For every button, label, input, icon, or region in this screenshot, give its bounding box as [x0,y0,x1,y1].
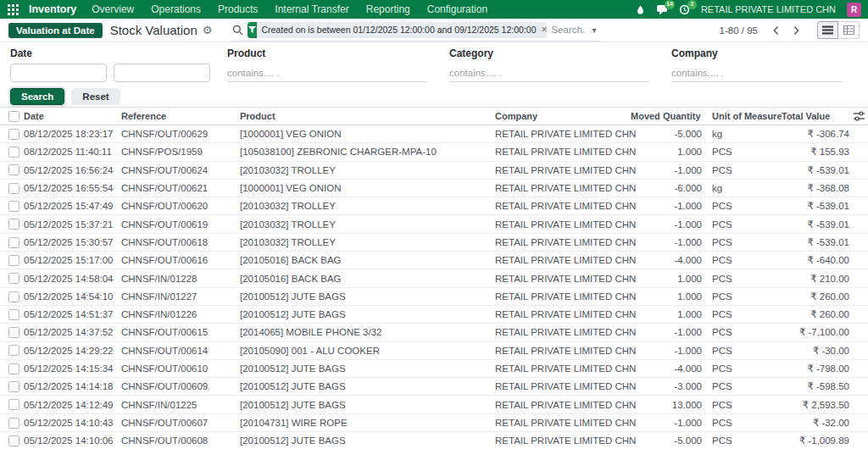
activities-clock-icon[interactable]: 2 [679,4,690,15]
table-row[interactable]: 05/12/2025 14:14:18 CHNSF/OUT/00609 [201… [0,378,868,396]
header-company[interactable]: Company [490,108,631,125]
row-checkbox[interactable] [8,399,19,410]
search-input[interactable] [551,25,585,35]
cell-company: RETAIL PRIVATE LIMITED CHN [490,341,631,359]
row-checkbox[interactable] [8,435,19,446]
cell-unit-of-measure: kg [705,179,782,197]
user-avatar[interactable]: R [847,3,861,17]
table-row[interactable]: 05/12/2025 15:30:57 CHNSF/OUT/00618 [201… [0,233,868,251]
menu-overview[interactable]: Overview [92,3,134,15]
filter-search-button[interactable]: Search [10,88,64,105]
menu-reporting[interactable]: Reporting [366,3,410,15]
table-row[interactable]: 05/12/2025 15:47:49 CHNSF/OUT/00620 [201… [0,197,868,215]
header-reference[interactable]: Reference [121,108,240,125]
table-row[interactable]: 05/12/2025 16:56:24 CHNSF/OUT/00624 [201… [0,161,868,179]
table-row[interactable]: 05/12/2025 16:55:54 CHNSF/OUT/00621 [100… [0,179,868,197]
row-checkbox[interactable] [8,255,19,266]
header-unit-of-measure[interactable]: Unit of Measure [705,108,782,125]
row-checkbox[interactable] [8,345,19,356]
settings-gear-icon[interactable]: ⚙ [203,25,213,36]
date-from-input[interactable] [10,64,107,82]
table-row[interactable]: 05/12/2025 15:37:21 CHNSF/OUT/00619 [201… [0,215,868,233]
row-checkbox[interactable] [8,327,19,338]
valuation-at-date-button[interactable]: Valuation at Date [8,23,103,38]
cell-company: RETAIL PRIVATE LIMITED CHN [490,432,631,449]
table-row[interactable]: 05/12/2025 14:10:43 CHNSF/OUT/00607 [201… [0,413,868,431]
cell-reference: CHNSF/OUT/00609 [121,378,240,396]
table-row[interactable]: 05/12/2025 15:17:00 CHNSF/OUT/00616 [201… [0,252,868,269]
facet-close-icon[interactable]: × [540,24,547,36]
cell-total-value: ₹ -539.01 [782,233,868,251]
apps-grid-icon[interactable] [7,3,19,15]
filter-funnel-icon[interactable] [248,22,257,38]
date-to-input[interactable] [114,64,210,82]
cell-product: [20103032] TROLLEY [240,197,490,215]
active-company[interactable]: RETAIL PRIVATE LIMITED CHN [701,4,836,14]
cell-moved-quantity: -1.000 [631,215,705,233]
row-checkbox[interactable] [8,129,19,140]
cell-moved-quantity: 1.000 [631,143,705,161]
category-contains-input[interactable] [449,64,649,82]
cell-total-value: ₹ -7,100.00 [782,324,868,341]
row-checkbox[interactable] [8,219,19,230]
cell-company: RETAIL PRIVATE LIMITED CHN [490,396,631,413]
table-row[interactable]: 05/12/2025 14:58:04 CHNSF/IN/01228 [2010… [0,269,868,287]
table-row[interactable]: 05/12/2025 14:37:52 CHNSF/OUT/00615 [201… [0,324,868,341]
optional-columns-icon[interactable] [854,111,865,123]
table-row[interactable]: 08/12/2025 11:40:11 CHNSF/POS/1959 [1050… [0,143,868,161]
header-total-value[interactable]: Total Value [782,108,868,125]
app-name-inventory[interactable]: Inventory [29,3,76,15]
facet-label: Created on is between 01/12/2025 12:00:0… [257,25,540,35]
filter-company-label: Company [671,47,858,59]
search-dropdown-caret-icon[interactable]: ▾ [589,25,598,35]
product-contains-input[interactable] [227,64,427,82]
menu-configuration[interactable]: Configuration [427,3,487,15]
header-moved-quantity[interactable]: Moved Quantity [631,108,705,125]
menu-internal-transfer[interactable]: Internal Transfer [275,3,348,15]
cell-reference: CHNSF/OUT/00608 [121,432,240,449]
row-checkbox[interactable] [8,291,19,302]
pivot-view-button[interactable] [838,21,860,39]
table-row[interactable]: 05/12/2025 14:15:34 CHNSF/OUT/00610 [201… [0,359,868,377]
table-row[interactable]: 08/12/2025 18:23:17 CHNSF/OUT/00629 [100… [0,125,868,143]
list-view-button[interactable] [817,21,838,39]
search-icon [232,25,243,36]
filter-reset-button[interactable]: Reset [71,88,120,105]
droplet-icon[interactable] [636,4,645,15]
cell-product: [1000001] VEG ONION [240,125,490,143]
row-checkbox[interactable] [8,418,19,429]
row-checkbox[interactable] [8,164,19,175]
table-header-row: Date Reference Product Company Moved Qua… [0,108,868,125]
table-row[interactable]: 05/12/2025 14:54:10 CHNSF/IN/01227 [2010… [0,287,868,305]
pager-range: 1-80 / 95 [720,25,758,36]
header-product[interactable]: Product [240,108,490,125]
cell-company: RETAIL PRIVATE LIMITED CHN [490,233,631,251]
cell-company: RETAIL PRIVATE LIMITED CHN [490,287,631,305]
cell-moved-quantity: 1.000 [631,269,705,287]
row-checkbox[interactable] [8,363,19,374]
table-row[interactable]: 05/12/2025 14:12:49 CHNSF/IN/01225 [2010… [0,396,868,413]
row-checkbox[interactable] [8,309,19,320]
row-checkbox[interactable] [8,381,19,392]
select-all-checkbox[interactable] [8,111,19,122]
cell-product: [20104731] WIRE ROPE [240,413,490,431]
row-checkbox[interactable] [8,147,19,158]
row-checkbox[interactable] [8,273,19,284]
company-contains-input[interactable] [671,64,843,82]
pager-next-button[interactable] [787,22,805,39]
pager-previous-button[interactable] [766,22,785,39]
menu-operations[interactable]: Operations [151,3,201,15]
table-row[interactable]: 05/12/2025 14:10:06 CHNSF/OUT/00608 [201… [0,432,868,449]
cell-product: [20103032] TROLLEY [240,233,490,251]
header-date[interactable]: Date [24,108,121,125]
row-checkbox[interactable] [8,183,19,194]
cell-date: 05/12/2025 16:55:54 [24,179,121,197]
row-checkbox[interactable] [8,201,19,212]
messages-icon[interactable]: 14 [656,4,668,15]
row-checkbox[interactable] [8,237,19,248]
menu-products[interactable]: Products [218,3,258,15]
cell-total-value: ₹ -306.74 [782,125,868,143]
table-row[interactable]: 05/12/2025 14:51:37 CHNSF/IN/01226 [2010… [0,305,868,323]
cell-reference: CHNSF/OUT/00616 [121,252,240,269]
table-row[interactable]: 05/12/2025 14:29:22 CHNSF/OUT/00614 [201… [0,341,868,359]
